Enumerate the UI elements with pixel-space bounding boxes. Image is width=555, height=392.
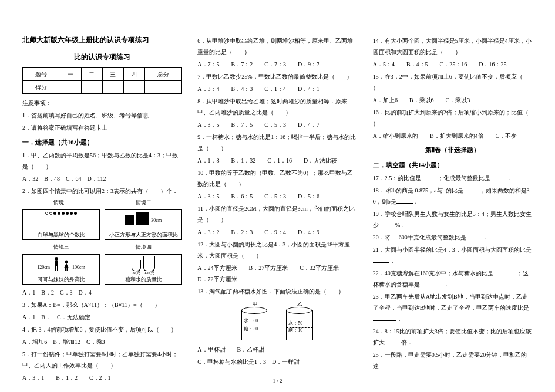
score-cell: 三	[102, 67, 123, 80]
dots-icon	[45, 212, 77, 215]
cups-icon: 8a克 12a克	[132, 256, 155, 275]
q4-options: A．增加6 B．增加12 C．乘3	[22, 336, 182, 347]
cupB-water: 水：50	[288, 321, 302, 326]
svg-rect-1	[55, 261, 58, 266]
q9-options: A．1：8 B．1：32 C．1：16 D．无法比较	[197, 155, 357, 166]
q1: 1．甲、乙两数的平均数是56；甲数与乙数的比是4：3；甲数是（ ）	[22, 150, 182, 172]
scene2: 30cm 小正方形与大正方形的面积比	[105, 209, 182, 240]
q7-options: A．3：4 B．4：3 C．1：4 D．4：1	[197, 83, 357, 94]
score-cell	[81, 80, 102, 93]
q16-options: A．缩小到原来的 B．扩大到原来的4倍 C．不变	[373, 130, 533, 141]
svg-rect-6	[65, 268, 66, 271]
svg-marker-5	[64, 263, 69, 268]
q4: 4．把 3：4的前项增加6；要使比值不变；后项可以（ ）	[22, 324, 182, 335]
scene3: 120cm 100cm 哥哥与妹妹的身高比	[22, 254, 100, 285]
q6-options: A．7：5 B．7：2 C．7：3 D．9：7	[197, 59, 357, 70]
q13: 13．淘气配了两杯糖水如图．下面说法正确的是（ ）	[197, 286, 357, 297]
svg-point-0	[55, 257, 58, 261]
notes-line: 2．请将答案正确填写在答题卡上	[22, 122, 182, 133]
cupA-water: 水：60	[244, 319, 258, 323]
score-cell: 二	[81, 67, 102, 80]
scene4-small-label: 8a克	[132, 271, 141, 275]
scene3-heading: 情境三	[22, 242, 100, 252]
q11-options: A．3：2 B．2：3 C．9：4 D．4：9	[197, 227, 357, 238]
score-cell: 题号	[23, 67, 60, 80]
notes-title: 注意事项：	[22, 97, 182, 109]
cylinder-icon: 水：60 糖：30	[241, 310, 268, 340]
q14: 14．有大小两个圆；大圆半径是5厘米；小圆半径是4厘米；小圆面积和大圆面积的比是…	[373, 35, 533, 58]
cylinder-icon: 水：50 糖：10	[286, 310, 313, 340]
svg-rect-7	[67, 268, 68, 271]
scene4-big-label: 12a克	[143, 271, 155, 275]
svg-point-4	[65, 260, 68, 263]
doc-main-title: 北师大新版六年级上册比的认识专项练习	[22, 34, 182, 47]
scene1: 白球与黑球的个数比	[22, 209, 100, 240]
people-icon: 120cm 100cm	[37, 256, 85, 272]
scene2-measure: 30cm	[151, 216, 162, 225]
q2-options: A．1 B．2 C．3 D．4	[22, 287, 182, 298]
scene2-heading: 情境二	[105, 198, 182, 207]
q7: 7．甲数比乙数少25%；甲数比乙数的最简整数比是（ ）	[197, 71, 357, 82]
q24: 24．8：15比的前项扩大3倍；要使比值不变；比的后项也应该扩大倍．	[373, 326, 533, 348]
q12-options: A．24平方厘米 B．27平方厘米 C．32平方厘米 D．72平方厘米	[197, 262, 357, 285]
score-cell: 总分	[144, 67, 182, 80]
q9: 9．一杯糖水；糖与水的比是1：16；喝掉一半后；糖与水的比是（ ）	[197, 131, 357, 154]
q10-options: A．3：5 B．6：5 C．5：3 D．5：6	[197, 191, 357, 202]
q2: 2．如图四个情景中的比可以用2：3表示的共有（ ）个．	[22, 185, 182, 197]
q8: 8．从甲堆沙中取出给乙堆；这时两堆沙的质量相等．原来甲、乙两堆沙的质量之比是（ …	[197, 96, 357, 118]
q5: 5．打一份稿件；甲单独打需要8小时；乙单独打需要4小时；甲、乙两人的工作效率比是…	[22, 349, 182, 371]
part2-heading: 第Ⅱ卷（非选择题）	[373, 144, 533, 156]
squares-icon: 30cm	[125, 212, 162, 225]
svg-rect-2	[55, 266, 56, 271]
scene2-label: 小正方形与大正方形的面积比	[109, 232, 178, 238]
page-number: 1 / 2	[0, 376, 555, 386]
q23: 23．甲乙两车先后从A地出发到B地；当甲到达中点时；乙走了全程；当甲到达B地时；…	[373, 291, 533, 325]
q22: 22．40克糖溶解在160克水中；水与糖水的比是；这杯糖水的含糖率是．	[373, 268, 533, 290]
q17: 17．2.5：的比值是；化成最简整数比是．	[373, 173, 533, 184]
q20: 20．将600千克化成最简整数比是．	[373, 232, 533, 243]
q21: 21．大圆与小圆半径的比是4：3；小圆面积与大圆面积的比是．	[373, 244, 533, 266]
scene1-label: 白球与黑球的个数比	[38, 232, 85, 238]
scene3-h2: 100cm	[72, 263, 85, 272]
score-cell: 一	[60, 67, 81, 80]
doc-sub-title: 比的认识专项练习	[22, 50, 182, 64]
scene3-label: 哥哥与妹妹的身高比	[38, 276, 85, 282]
scene4: 8a克 12a克 糖和水的质量比	[105, 254, 182, 285]
scene4-heading: 情境四	[105, 242, 182, 252]
q6: 6．从甲堆沙中取出给乙堆；则两堆沙相等；原来甲、乙两堆重量的比是（ ）	[197, 35, 357, 58]
notes-line: 1．答题前填写好自己的姓名、班级、考号等信息	[22, 110, 182, 121]
svg-rect-3	[57, 266, 58, 271]
q25: 25．一段路；甲走需要0.5小时；乙走需要20分钟；甲和乙的速	[373, 349, 533, 371]
q13-options-b: C．甲杯糖与水的比是1：3 D．一样甜	[197, 356, 357, 367]
q14-options: A．5：4 B．4：5 C．25：16 D．16：25	[373, 59, 533, 70]
q16: 16．比的前项扩大到原来的2倍；后项缩小到原来的；比值（ ）	[373, 107, 533, 129]
q13-options-a: A．甲杯甜 B．乙杯甜	[197, 344, 357, 355]
score-cell	[60, 80, 81, 93]
scene4-label: 糖和水的质量比	[125, 276, 162, 282]
q13-figure: 甲 水：60 糖：30 乙 水：50 糖：10	[197, 299, 357, 340]
cupA-sugar: 糖：30	[244, 327, 258, 332]
q3-options: A．1 B． C．无法确定	[22, 312, 182, 323]
q8-options: A．3：5 B．7：5 C．5：3 D．4：7	[197, 119, 357, 130]
score-table: 题号 一 二 三 四 总分 得分	[22, 67, 182, 94]
q3: 3．如果A：B=，那么（A×11）：（B×11）=（ ）	[22, 299, 182, 310]
section1-title: 一．选择题（共16小题）	[22, 137, 182, 148]
q10: 10．甲数的等于乙数的（甲数、乙数不为0）；那么甲数与乙数的比是（ ）	[197, 167, 357, 190]
score-cell	[123, 80, 144, 93]
q15-options: A．加上6 B．乘以6 C．乘以3	[373, 94, 533, 106]
cupB-sugar: 糖：10	[288, 328, 302, 333]
q19: 19．学校合唱队男生人数与女生的比是3：4；男生人数比女生少%．	[373, 208, 533, 231]
q15: 15．在3：2中；如果前项加上6；要使比值不变；后项应（ ）	[373, 71, 533, 93]
score-cell	[102, 80, 123, 93]
score-cell	[144, 80, 182, 93]
q1-options: A．32 B．48 C．64 D．112	[22, 173, 182, 184]
q18: 18．a和b的商是 0.875；a与b的比是；如果两数的和是30；则b是．	[373, 185, 533, 207]
score-cell: 四	[123, 67, 144, 80]
q11: 11．小圆的直径是2CM；大圆的直径是3cm；它们的面积之比是（ ）	[197, 203, 357, 225]
score-cell: 得分	[23, 80, 60, 93]
scene1-heading: 情境一	[22, 198, 100, 207]
section2-title: 二．填空题（共14小题）	[373, 160, 533, 171]
scene3-h1: 120cm	[37, 263, 50, 272]
q12: 12．大圆与小圆的周长之比是4：3；小圆的面积是18平方厘米；大圆面积是（ ）	[197, 239, 357, 261]
